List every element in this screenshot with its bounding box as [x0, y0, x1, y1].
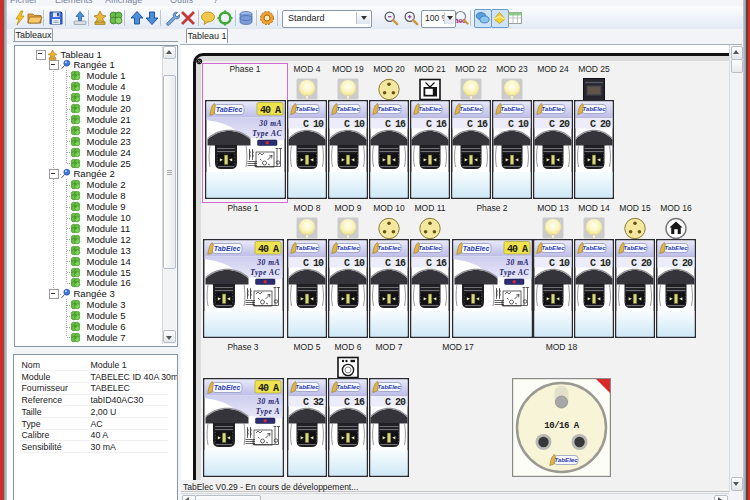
svg-text:Type AC: Type AC [250, 268, 280, 277]
svg-text:40 A: 40 A [257, 383, 278, 394]
svg-text:TabElec: TabElec [295, 244, 319, 251]
svg-text:TabElec: TabElec [213, 384, 240, 391]
svg-text:C 20: C 20 [590, 119, 611, 130]
svg-text:TabElec: TabElec [377, 244, 401, 251]
svg-text:C 10: C 10 [590, 258, 611, 269]
svg-text:C 16: C 16 [426, 258, 447, 269]
svg-text:TabElec: TabElec [295, 105, 319, 112]
svg-text:TabElec: TabElec [336, 244, 360, 251]
svg-text:TabElec: TabElec [295, 383, 319, 390]
svg-text:TabElec: TabElec [377, 105, 401, 112]
svg-text:Type AC: Type AC [252, 129, 282, 138]
svg-text:TabElec: TabElec [462, 245, 489, 252]
svg-text:TabElec: TabElec [541, 244, 565, 251]
svg-text:30 mA: 30 mA [256, 258, 280, 267]
svg-text:C 10: C 10 [303, 258, 324, 269]
svg-text:TabElec: TabElec [582, 244, 606, 251]
svg-text:C 10: C 10 [549, 258, 570, 269]
svg-text:C 10: C 10 [344, 258, 365, 269]
svg-text:TabElec: TabElec [554, 456, 578, 463]
svg-text:10/16 A: 10/16 A [544, 421, 579, 431]
svg-text:C 10: C 10 [303, 119, 324, 130]
svg-text:TabElec: TabElec [213, 245, 240, 252]
svg-text:30 mA: 30 mA [258, 119, 282, 128]
svg-text:TabElec: TabElec [459, 105, 483, 112]
svg-text:40 A: 40 A [257, 244, 278, 255]
svg-text:C 16: C 16 [385, 119, 406, 130]
svg-text:TabElec: TabElec [336, 105, 360, 112]
svg-text:C 20: C 20 [672, 258, 693, 269]
svg-text:30 mA: 30 mA [256, 397, 280, 406]
svg-text:Type A: Type A [255, 407, 279, 416]
svg-text:TabElec: TabElec [582, 105, 606, 112]
svg-text:Type AC: Type AC [499, 268, 529, 277]
svg-text:C 20: C 20 [385, 397, 406, 408]
svg-text:30 mA: 30 mA [505, 258, 529, 267]
svg-text:TabElec: TabElec [541, 105, 565, 112]
svg-text:TabElec: TabElec [377, 383, 401, 390]
svg-text:C 20: C 20 [631, 258, 652, 269]
svg-text:C 20: C 20 [549, 119, 570, 130]
svg-text:TabElec: TabElec [336, 383, 360, 390]
svg-text:C 16: C 16 [385, 258, 406, 269]
svg-text:TabElec: TabElec [215, 106, 242, 113]
svg-text:TabElec: TabElec [500, 105, 524, 112]
svg-text:40 A: 40 A [506, 244, 527, 255]
svg-text:TabElec: TabElec [623, 244, 647, 251]
svg-text:TabElec: TabElec [418, 105, 442, 112]
svg-text:C 16: C 16 [467, 119, 488, 130]
svg-text:C 10: C 10 [508, 119, 529, 130]
svg-text:C 16: C 16 [344, 397, 365, 408]
svg-text:C 32: C 32 [303, 397, 324, 408]
svg-text:TabElec: TabElec [418, 244, 442, 251]
svg-text:C 16: C 16 [426, 119, 447, 130]
svg-text:C 10: C 10 [344, 119, 365, 130]
svg-text:TabElec: TabElec [664, 244, 688, 251]
svg-text:40 A: 40 A [259, 105, 280, 116]
